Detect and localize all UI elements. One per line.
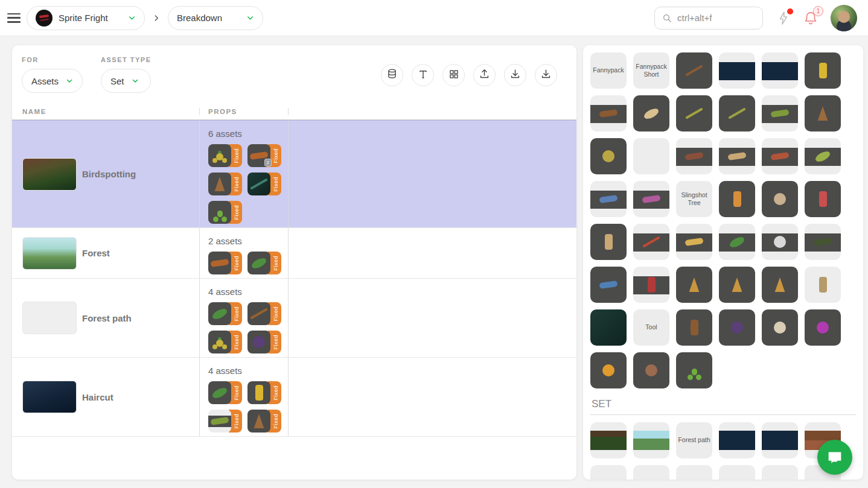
asset-tile-placeholder[interactable] (633, 138, 669, 174)
asset-tile-tool[interactable]: Tool (633, 309, 669, 346)
asset-tile-placeholder[interactable] (590, 465, 627, 480)
column-header-props: PROPS (199, 108, 289, 115)
text-icon (418, 69, 429, 82)
asset-tile-set-forest[interactable] (633, 422, 669, 458)
text-button[interactable] (412, 64, 434, 86)
asset-tile-food-tin[interactable] (762, 181, 798, 217)
asset-tile-forest-path[interactable]: Forest path (676, 422, 712, 458)
asset-tile-thorn-branch[interactable] (590, 309, 627, 346)
asset-tile-egg-shell[interactable] (762, 309, 798, 346)
for-select[interactable]: Assets (22, 69, 83, 93)
asset-tile-branch[interactable] (590, 95, 627, 132)
table-row-haircut[interactable]: Haircut4 assetsFixedFixedFixedFixed (12, 358, 576, 437)
asset-chip-night-branch[interactable]: Fixed (247, 173, 281, 195)
asset-tile-placeholder[interactable] (762, 465, 798, 480)
asset-tile-cucumber[interactable] (762, 95, 798, 132)
page-select[interactable]: Breakdown (168, 6, 263, 30)
asset-tile-slingshot-tree[interactable]: Slingshot Tree (676, 181, 712, 217)
asset-chip-hanging-flower[interactable]: Fixed (208, 144, 242, 167)
stick-shape (250, 308, 268, 319)
asset-tile-night-scene-creek[interactable] (762, 52, 798, 89)
asset-tile-berries[interactable] (719, 309, 755, 346)
asset-type-select[interactable]: Set (101, 69, 151, 93)
notifications-button[interactable]: 1 (803, 10, 819, 26)
asset-tile-night-scene-hand[interactable] (719, 52, 755, 89)
asset-tile-sandwich[interactable] (719, 138, 755, 174)
asset-tile-fannypack-short[interactable]: Fannypack Short (633, 52, 669, 89)
asset-chip-lighter[interactable]: Fixed (247, 381, 281, 404)
asset-tile-notepad[interactable] (633, 95, 669, 132)
asset-tile-pocket-knife[interactable] (633, 267, 669, 303)
menu-toggle-button[interactable] (7, 13, 21, 23)
asset-count-label: 2 assets (208, 236, 288, 246)
project-select[interactable]: Sprite Fright (27, 6, 145, 30)
asset-tile-tent-open[interactable] (762, 267, 798, 303)
asset-chip-slingshot[interactable]: Fixed (247, 302, 281, 325)
asset-tile-leaf[interactable] (719, 224, 755, 260)
global-search-input[interactable]: ctrl+alt+f (654, 7, 763, 30)
asset-tile-branch-leaves[interactable] (676, 52, 712, 89)
asset-tile-placeholder[interactable] (633, 465, 669, 480)
asset-tile-placeholder[interactable] (719, 465, 755, 480)
asset-tile-rope-coil[interactable] (590, 138, 627, 174)
asset-chip-squirrel[interactable]: Fixed (208, 252, 242, 274)
asset-tile-spider-web-dark[interactable] (805, 224, 841, 260)
user-avatar[interactable] (831, 5, 857, 31)
download-alt-button[interactable] (535, 64, 557, 86)
asset-type-label: ASSET TYPE (101, 56, 151, 63)
asset-tile-tent[interactable] (719, 267, 755, 303)
grid-button[interactable] (442, 64, 465, 86)
quick-actions-button[interactable] (776, 11, 791, 25)
asset-chip-pinecone[interactable]: Fixed (247, 410, 281, 433)
clover-shape (217, 212, 223, 217)
asset-chip-squirrel[interactable]: Fixed2 (247, 144, 281, 167)
asset-tile-tent-folded[interactable] (676, 267, 712, 303)
asset-tile-spider-web[interactable] (762, 224, 798, 260)
chat-button[interactable] (817, 440, 852, 475)
table-row-birdspotting[interactable]: Birdspotting6 assetsFixedFixed2FixedFixe… (12, 120, 576, 228)
upload-button[interactable] (473, 64, 496, 86)
asset-tile-sausage[interactable] (676, 138, 712, 174)
asset-tile-sleeping-bag-pink[interactable] (633, 181, 669, 217)
asset-tile-skewer[interactable] (633, 224, 669, 260)
asset-tile-set-night-1[interactable] (719, 422, 755, 458)
asset-chip-berries[interactable]: Fixed (247, 331, 281, 353)
asset-tile-stick[interactable] (676, 309, 712, 346)
asset-tile-caterpillar[interactable] (805, 138, 841, 174)
asset-tile-set-night-2[interactable] (762, 422, 798, 458)
table-row-forest[interactable]: Forest2 assetsFixedFixed (12, 228, 576, 279)
asset-tile-crackers[interactable] (676, 224, 712, 260)
database-button[interactable] (381, 64, 403, 86)
asset-tile-clover[interactable] (676, 352, 712, 388)
for-label: FOR (22, 56, 83, 63)
asset-tile-sleeping-bag-blue[interactable] (590, 181, 627, 217)
asset-tile-pinecone[interactable] (805, 95, 841, 132)
asset-tile-placeholder[interactable] (676, 465, 712, 480)
asset-tile-pretzel-bag[interactable] (590, 224, 627, 260)
asset-tile-spray-can[interactable] (590, 267, 627, 303)
asset-chip-hanging-flower[interactable]: Fixed (208, 331, 242, 353)
asset-chip-leaf[interactable]: Fixed (208, 302, 242, 325)
asset-tile-fannypack[interactable]: Fannypack (590, 52, 627, 89)
asset-tile-candy-bag[interactable] (719, 181, 755, 217)
asset-tile-bacon[interactable] (762, 138, 798, 174)
breakdown-table: NAME PROPS Birdspotting6 assetsFixedFixe… (12, 104, 576, 437)
download-button[interactable] (504, 64, 526, 86)
table-row-forest-path[interactable]: Forest path4 assetsFixedFixedFixedFixed (12, 279, 576, 358)
asset-tile-salt-stix-box[interactable] (805, 181, 841, 217)
asset-chip-leaf[interactable]: Fixed (247, 252, 281, 274)
asset-tile-tulip[interactable] (805, 309, 841, 346)
wide-shape (599, 280, 617, 289)
asset-tile-grass-stem[interactable] (719, 95, 755, 132)
for-value: Assets (31, 76, 59, 86)
asset-tile-dandelion[interactable] (590, 352, 627, 388)
asset-tile-set-birdspotting[interactable] (590, 422, 627, 458)
asset-tile-needle[interactable] (676, 95, 712, 132)
asset-chip-clover[interactable]: Fixed (208, 201, 242, 224)
asset-chip-leaf[interactable]: Fixed (208, 381, 242, 404)
asset-chip-pinecone[interactable]: Fixed (208, 173, 242, 195)
asset-tile-lighter-can[interactable] (805, 52, 841, 89)
asset-tile-quiver[interactable] (805, 267, 841, 303)
asset-tile-snail[interactable] (633, 352, 669, 388)
asset-chip-pickle[interactable]: Fixed (208, 410, 242, 433)
